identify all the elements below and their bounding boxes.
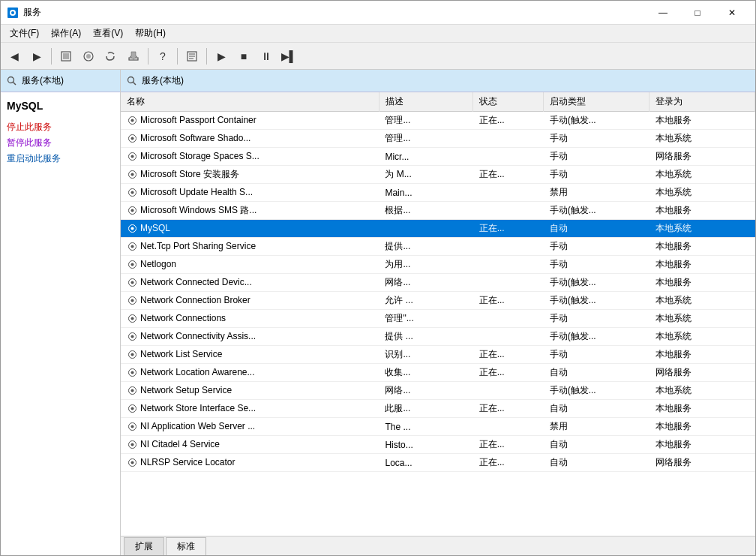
- toolbar-help[interactable]: ?: [152, 46, 173, 67]
- service-login-cell: 本地服务: [650, 202, 755, 220]
- toolbar-forward[interactable]: ▶: [26, 46, 47, 67]
- service-gear-icon: [127, 206, 137, 216]
- table-row[interactable]: Net.Tcp Port Sharing Service提供...手动本地服务: [121, 238, 755, 256]
- service-status-cell: [473, 148, 544, 166]
- table-row[interactable]: Network Setup Service网络...手动(触发...本地系统: [121, 382, 755, 400]
- service-desc-cell: 管理"...: [379, 310, 472, 328]
- toolbar-up[interactable]: [56, 46, 76, 67]
- service-start-cell: 禁用: [544, 418, 650, 436]
- service-desc-cell: [379, 220, 472, 238]
- service-desc-cell: 识别...: [379, 346, 472, 364]
- table-row[interactable]: Microsoft Passport Container管理...正在...手动…: [121, 112, 755, 130]
- table-row[interactable]: NLRSP Service LocatorLoca...正在...自动网络服务: [121, 454, 755, 472]
- service-status-cell: [473, 418, 544, 436]
- svg-point-14: [128, 77, 134, 83]
- tab-standard[interactable]: 标准: [166, 537, 206, 555]
- menu-view[interactable]: 查看(V): [87, 26, 129, 41]
- services-table-container[interactable]: 名称 描述 状态 启动类型 登录为 Microsoft Passport Con…: [121, 92, 755, 536]
- service-login-cell: 本地服务: [650, 346, 755, 364]
- table-row[interactable]: Network Connectivity Assis...提供 ...手动(触发…: [121, 328, 755, 346]
- service-desc-cell: 根据...: [379, 202, 472, 220]
- sidebar: 服务(本地) MySQL 停止此服务 暂停此服务 重启动此服务: [1, 70, 121, 555]
- title-left: 服务: [7, 6, 41, 19]
- toolbar: ◀ ▶ ? ▶ ■ ⏸ ▶▌: [1, 43, 755, 70]
- service-status-cell: 正在...: [473, 364, 544, 382]
- service-name-cell: Network Connected Devic...: [121, 274, 379, 292]
- table-row[interactable]: Network List Service识别...正在...手动本地服务: [121, 346, 755, 364]
- service-gear-icon: [127, 368, 137, 378]
- toolbar-restart[interactable]: ▶▌: [278, 46, 299, 67]
- stop-service-link[interactable]: 停止此服务: [7, 121, 114, 134]
- col-header-name[interactable]: 名称: [121, 92, 379, 112]
- col-header-login[interactable]: 登录为: [650, 92, 755, 112]
- close-button[interactable]: ✕: [715, 1, 749, 25]
- svg-point-2: [11, 11, 14, 14]
- service-name-cell: Network Location Awarene...: [121, 364, 379, 382]
- service-start-cell: 自动: [544, 454, 650, 472]
- svg-point-41: [130, 335, 134, 338]
- tab-extended[interactable]: 扩展: [124, 537, 164, 555]
- table-row[interactable]: Microsoft Update Health S...Main...禁用本地系…: [121, 184, 755, 202]
- service-status-cell: [473, 238, 544, 256]
- menu-file[interactable]: 文件(F): [4, 26, 45, 41]
- service-gear-icon: [127, 278, 137, 288]
- service-status-cell: 正在...: [473, 436, 544, 454]
- table-row[interactable]: Network Connections管理"...手动本地系统: [121, 310, 755, 328]
- service-start-cell: 手动: [544, 310, 650, 328]
- minimize-button[interactable]: —: [646, 1, 680, 25]
- table-row[interactable]: Microsoft Windows SMS 路...根据...手动(触发...本…: [121, 202, 755, 220]
- service-gear-icon: [127, 134, 137, 144]
- service-name-cell: Netlogon: [121, 256, 379, 274]
- table-row[interactable]: Network Connection Broker允许 ...正在...手动(触…: [121, 292, 755, 310]
- toolbar-pause[interactable]: ⏸: [256, 46, 277, 67]
- menu-help[interactable]: 帮助(H): [129, 26, 172, 41]
- svg-point-39: [130, 317, 134, 320]
- service-desc-cell: 为 M...: [379, 166, 472, 184]
- table-row[interactable]: MySQL正在...自动本地系统: [121, 220, 755, 238]
- svg-point-45: [130, 371, 134, 374]
- table-row[interactable]: NI Citadel 4 ServiceHisto...正在...自动本地服务: [121, 436, 755, 454]
- service-login-cell: 本地服务: [650, 274, 755, 292]
- service-login-cell: 网络服务: [650, 364, 755, 382]
- service-desc-cell: Histo...: [379, 436, 472, 454]
- service-start-cell: 自动: [544, 436, 650, 454]
- table-row[interactable]: Netlogon为用...手动本地服务: [121, 256, 755, 274]
- table-row[interactable]: Network Connected Devic...网络...手动(触发...本…: [121, 274, 755, 292]
- table-row[interactable]: Microsoft Store 安装服务为 M...正在...手动本地系统: [121, 166, 755, 184]
- service-login-cell: 本地服务: [650, 436, 755, 454]
- toolbar-details[interactable]: [182, 46, 202, 67]
- toolbar-play[interactable]: ▶: [211, 46, 232, 67]
- toolbar-back[interactable]: ◀: [4, 46, 25, 67]
- service-status-cell: [473, 310, 544, 328]
- toolbar-export[interactable]: [123, 46, 144, 67]
- service-name-cell: NLRSP Service Locator: [121, 454, 379, 472]
- service-name-cell: Network Setup Service: [121, 382, 379, 400]
- restart-service-link[interactable]: 重启动此服务: [7, 152, 114, 165]
- maximize-button[interactable]: □: [680, 1, 715, 25]
- table-row[interactable]: NI Application Web Server ...The ...禁用本地…: [121, 418, 755, 436]
- toolbar-stop[interactable]: ■: [233, 46, 254, 67]
- toolbar-show-hide[interactable]: [78, 46, 99, 67]
- toolbar-sep-3: [177, 48, 178, 65]
- service-name-cell: MySQL: [121, 220, 379, 238]
- service-name-cell: NI Application Web Server ...: [121, 418, 379, 436]
- service-start-cell: 手动(触发...: [544, 328, 650, 346]
- content-header-text: 服务(本地): [142, 74, 184, 87]
- sidebar-content: MySQL 停止此服务 暂停此服务 重启动此服务: [1, 92, 120, 555]
- svg-point-53: [130, 443, 134, 446]
- col-header-start[interactable]: 启动类型: [544, 92, 650, 112]
- table-row[interactable]: Microsoft Software Shado...管理...手动本地系统: [121, 130, 755, 148]
- col-header-status[interactable]: 状态: [473, 92, 544, 112]
- service-start-cell: 自动: [544, 400, 650, 418]
- content-area: 服务(本地) 名称 描述 状态 启动类型 登录为 Microsoft Pa: [121, 70, 755, 555]
- service-start-cell: 手动(触发...: [544, 112, 650, 130]
- table-row[interactable]: Microsoft Storage Spaces S...Micr...手动网络…: [121, 148, 755, 166]
- service-login-cell: 本地系统: [650, 166, 755, 184]
- menu-action[interactable]: 操作(A): [45, 26, 87, 41]
- toolbar-refresh[interactable]: [100, 46, 122, 67]
- col-header-desc[interactable]: 描述: [379, 92, 472, 112]
- table-row[interactable]: Network Store Interface Se...此服...正在...自…: [121, 400, 755, 418]
- table-row[interactable]: Network Location Awarene...收集...正在...自动网…: [121, 364, 755, 382]
- pause-service-link[interactable]: 暂停此服务: [7, 137, 114, 149]
- service-desc-cell: Loca...: [379, 454, 472, 472]
